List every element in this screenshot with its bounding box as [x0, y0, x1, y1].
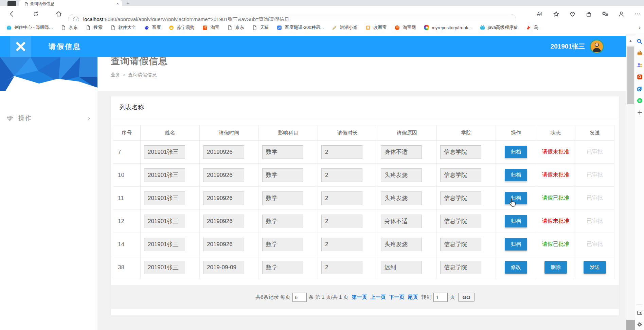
go-button[interactable]: GO	[458, 293, 474, 302]
bookmark-item[interactable]: 搜索	[85, 24, 102, 31]
search-icon[interactable]	[636, 38, 643, 45]
settings-icon[interactable]	[636, 321, 643, 328]
duration-input[interactable]	[321, 261, 362, 274]
page-scrollbar[interactable]: ▲	[626, 34, 635, 330]
bookmark-item[interactable]: 创作中心 - 哔哩哔...	[6, 24, 53, 31]
bookmark-item[interactable]: 鸟	[526, 24, 538, 31]
first-page-link[interactable]: 第一页	[352, 294, 367, 300]
last-page-link[interactable]: 尾页	[408, 294, 418, 300]
outlook-icon[interactable]	[636, 85, 643, 92]
bookmark-item[interactable]: 京东	[227, 24, 244, 31]
refresh-icon[interactable]	[31, 10, 40, 18]
archive-button[interactable]: 归档	[505, 169, 527, 181]
name-input[interactable]	[144, 145, 185, 159]
delete-button[interactable]: 删除	[544, 261, 567, 274]
new-tab-icon[interactable]: +	[126, 0, 129, 6]
sidebar-item-operations[interactable]: 操作 ›	[0, 111, 97, 126]
bookmark-item[interactable]: 洪湖小肖	[332, 24, 357, 31]
college-input[interactable]	[440, 168, 481, 182]
bookmark-item[interactable]: 苏宁易购	[168, 24, 194, 31]
edit-button[interactable]: 修改	[505, 261, 527, 274]
college-input[interactable]	[440, 191, 481, 205]
current-user[interactable]: 201901张三	[551, 42, 585, 51]
leave-time-input[interactable]	[203, 261, 244, 274]
college-input[interactable]	[440, 238, 481, 251]
browser-tab[interactable]: 查询请假信息 ×	[19, 0, 122, 6]
reason-input[interactable]	[381, 261, 422, 274]
scrollbar-up-icon[interactable]: ▲	[626, 36, 635, 45]
archive-button[interactable]: 归档	[505, 215, 527, 227]
send-button[interactable]: 发送	[584, 261, 606, 274]
prev-page-link[interactable]: 上一页	[370, 294, 386, 300]
duration-input[interactable]	[321, 238, 362, 251]
essentials-icon[interactable]	[568, 10, 577, 18]
per-page-input[interactable]	[292, 293, 307, 302]
spotify-icon[interactable]	[636, 97, 643, 104]
leave-time-input[interactable]	[203, 145, 244, 159]
duration-input[interactable]	[321, 191, 362, 205]
profile-icon[interactable]	[617, 10, 626, 18]
edge-sidebar-icons: O	[635, 38, 644, 116]
read-aloud-icon[interactable]: A	[535, 10, 544, 18]
duration-input[interactable]	[321, 215, 362, 228]
tab-close-icon[interactable]: ×	[116, 1, 119, 6]
reason-input[interactable]	[381, 191, 422, 205]
college-input[interactable]	[440, 145, 481, 159]
extensions-icon[interactable]	[584, 10, 593, 18]
subject-input[interactable]	[262, 238, 303, 251]
reason-input[interactable]	[381, 215, 422, 228]
favorites-icon[interactable]	[601, 10, 609, 18]
add-icon[interactable]	[636, 109, 643, 116]
goto-page-input[interactable]	[433, 293, 448, 302]
home-icon[interactable]	[54, 10, 63, 18]
bookmark-item[interactable]: 淘宝网	[394, 24, 416, 31]
subject-input[interactable]	[262, 168, 303, 182]
bookmarks-overflow-icon[interactable]: ›	[639, 24, 641, 31]
add-favorite-icon[interactable]	[552, 10, 560, 18]
subject-input[interactable]	[262, 145, 303, 159]
name-input[interactable]	[144, 168, 185, 182]
bookmark-item[interactable]: 京东	[60, 24, 77, 31]
reason-input[interactable]	[381, 145, 422, 159]
people-icon[interactable]	[636, 61, 643, 69]
bookmark-item[interactable]: myrepository/trunk...	[424, 25, 472, 31]
panel-icon[interactable]	[636, 309, 643, 316]
subject-input[interactable]	[262, 261, 303, 274]
archive-button[interactable]: 归档	[505, 238, 527, 251]
name-input[interactable]	[144, 191, 185, 205]
leave-time-input[interactable]	[203, 168, 244, 182]
subject-input[interactable]	[262, 191, 303, 205]
duration-input[interactable]	[321, 168, 362, 182]
next-page-link[interactable]: 下一页	[389, 294, 404, 300]
name-input[interactable]	[144, 238, 185, 251]
back-icon[interactable]	[7, 10, 16, 18]
bookmark-item[interactable]: 淘宝	[202, 24, 219, 31]
college-input[interactable]	[440, 215, 481, 228]
bookmark-item[interactable]: 百度	[144, 24, 161, 31]
more-icon[interactable]	[633, 10, 642, 18]
bookmark-item[interactable]: A百度翻译-200种语...	[276, 24, 324, 31]
user-avatar[interactable]	[590, 39, 604, 54]
leave-time-input[interactable]	[203, 238, 244, 251]
subject-input[interactable]	[262, 215, 303, 228]
name-input[interactable]	[144, 261, 185, 274]
bookmark-item[interactable]: java高级程序猿	[480, 24, 518, 31]
leave-time-input[interactable]	[203, 215, 244, 228]
college-input[interactable]	[440, 261, 481, 274]
reason-input[interactable]	[381, 168, 422, 182]
toolbox-icon[interactable]	[636, 50, 643, 57]
name-input[interactable]	[144, 215, 185, 228]
workspace-button[interactable]	[7, 1, 16, 6]
bookmark-item[interactable]: 天猫	[252, 24, 269, 31]
archive-button[interactable]: 归档	[505, 146, 527, 158]
leave-time-input[interactable]	[203, 191, 244, 205]
bookmark-item[interactable]: 改图宝	[365, 24, 387, 31]
menu-close-button[interactable]	[10, 36, 31, 57]
bookmark-item[interactable]: 软件大全	[110, 24, 136, 31]
scrollbar-down-button[interactable]	[626, 320, 635, 330]
scrollbar-thumb[interactable]	[627, 47, 634, 104]
breadcrumb-item[interactable]: 业务	[111, 72, 120, 78]
duration-input[interactable]	[321, 145, 362, 159]
office-icon[interactable]: O	[636, 73, 643, 80]
reason-input[interactable]	[381, 238, 422, 251]
